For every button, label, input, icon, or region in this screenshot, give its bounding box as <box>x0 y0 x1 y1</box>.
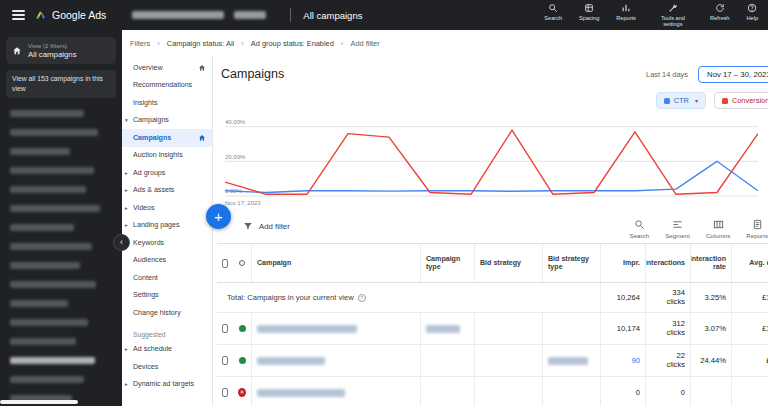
topbar-help-button[interactable]: Help <box>746 3 758 21</box>
status-removed-icon[interactable]: ✕ <box>238 388 246 397</box>
redacted-rail-item[interactable] <box>10 186 86 193</box>
table-row: 10,174 312 clicks 3.07% £19.6 <box>217 313 768 345</box>
filters-label: Filters <box>130 39 150 48</box>
tool-label: Columns <box>706 232 730 239</box>
column-header-avg-cost[interactable]: Avg. cost <box>731 244 768 282</box>
column-header-bid-strategy[interactable]: Bid strategy <box>474 244 542 282</box>
redacted-rail-item[interactable] <box>10 262 80 269</box>
nav-item-devices[interactable]: Devices <box>122 358 212 376</box>
table-add-filter-button[interactable]: Add filter <box>243 221 290 231</box>
column-header-campaign[interactable]: Campaign <box>251 244 420 282</box>
topbar-search-button[interactable]: Search <box>544 3 562 21</box>
nav-item-insights[interactable]: Insights <box>122 94 212 112</box>
select-all-checkbox[interactable] <box>222 259 228 268</box>
redacted-rail-item[interactable] <box>10 129 98 136</box>
redacted-rail-item[interactable] <box>10 148 70 155</box>
cell-total-avg-cost: £18.6 <box>731 283 768 312</box>
home-icon <box>12 46 22 56</box>
redacted-rail-item[interactable] <box>10 319 88 326</box>
topbar-refresh-button[interactable]: Refresh <box>710 3 730 21</box>
column-header-interaction-rate[interactable]: Interaction rate <box>690 244 731 282</box>
table-search-button[interactable]: Search <box>630 219 650 239</box>
filter-chip-ad-group-status[interactable]: Ad group status: Enabled <box>251 39 334 48</box>
nav-item-label: Content <box>133 274 158 282</box>
nav-item-content[interactable]: Content <box>122 269 212 287</box>
table-segment-button[interactable]: Segment <box>665 219 690 239</box>
menu-icon[interactable] <box>12 10 25 20</box>
nav-item-label: Overview <box>133 64 163 72</box>
nav-item-label: Insights <box>133 99 157 107</box>
date-range-picker[interactable]: Nov 17 – 30, 2023 <box>698 66 768 83</box>
nav-item-campaigns-parent[interactable]: ▾ Campaigns <box>122 112 212 130</box>
nav-item-dynamic-ad-targets[interactable]: ▸ Dynamic ad targets <box>122 376 212 394</box>
redacted-rail-item-selected[interactable] <box>10 357 95 364</box>
redacted-rail-item[interactable] <box>10 338 76 345</box>
status-filter-icon[interactable] <box>239 260 245 266</box>
ctr-series-swatch <box>664 98 670 104</box>
nav-item-settings[interactable]: Settings <box>122 287 212 305</box>
page-title: Campaigns <box>221 67 284 81</box>
metric-chip-conversions[interactable]: Conversions ▾ <box>714 92 768 109</box>
status-enabled-icon[interactable] <box>239 325 246 332</box>
chevron-right-icon: ▸ <box>125 187 128 193</box>
table-columns-button[interactable]: Columns <box>706 219 730 239</box>
nav-item-landing-pages[interactable]: ▸ Landing pages <box>122 217 212 235</box>
redacted-rail-item[interactable] <box>10 110 84 117</box>
redacted-rail-item[interactable] <box>10 300 68 307</box>
topbar-tools-button[interactable]: Tools and settings <box>653 3 693 28</box>
info-icon[interactable]: ? <box>358 294 366 302</box>
redacted-campaign-name[interactable] <box>257 389 345 397</box>
redacted-campaign-name[interactable] <box>257 325 357 333</box>
redacted-campaign-name[interactable] <box>257 357 325 365</box>
collapse-rail-button[interactable]: ‹ <box>113 234 130 251</box>
status-enabled-icon[interactable] <box>239 357 246 364</box>
view-all-campaigns-link[interactable]: View all 153 campaigns in this view <box>6 70 116 98</box>
nav-item-overview[interactable]: Overview <box>122 59 212 77</box>
filter-chip-campaign-status[interactable]: Campaign status: All <box>167 39 234 48</box>
redacted-rail-item[interactable] <box>10 205 100 212</box>
search-icon <box>634 219 645 230</box>
wrench-icon <box>668 3 678 14</box>
topbar-reports-button[interactable]: Reports <box>616 3 636 21</box>
chevron-right-icon: › <box>341 39 344 48</box>
chevron-right-icon: ▸ <box>125 346 128 352</box>
table-row: ✕ 0 0 <box>217 377 768 406</box>
rail-scrollbar[interactable] <box>0 400 78 404</box>
table-reports-button[interactable]: Reports <box>746 219 768 239</box>
nav-item-change-history[interactable]: Change history <box>122 304 212 322</box>
redacted-rail-item[interactable] <box>10 376 84 383</box>
performance-chart: 40.00% 20.00% 0.00% Nov 17, 2023 <box>225 111 758 211</box>
nav-item-ads-assets[interactable]: ▸ Ads & assets <box>122 182 212 200</box>
topbar-spacing-button[interactable]: Spacing <box>579 3 599 21</box>
redacted-rail-item[interactable] <box>10 224 74 231</box>
add-filter-link[interactable]: Add filter <box>351 39 380 48</box>
nav-item-recommendations[interactable]: Recommendations <box>122 77 212 95</box>
row-checkbox[interactable] <box>222 388 228 397</box>
nav-item-ad-groups[interactable]: ▸ Ad groups <box>122 164 212 182</box>
row-checkbox[interactable] <box>222 324 228 333</box>
topbar-action-label: Help <box>746 15 758 21</box>
nav-item-keywords[interactable]: ▸ Keywords <box>122 234 212 252</box>
column-header-campaign-type[interactable]: Campaign type <box>420 244 474 282</box>
google-ads-logo[interactable]: Google Ads <box>35 9 106 21</box>
new-campaign-fab[interactable]: + <box>206 204 231 229</box>
view-selector[interactable]: View (2 filters) All campaigns <box>6 37 116 64</box>
column-header-interactions[interactable]: Interactions <box>645 244 690 282</box>
redacted-rail-item[interactable] <box>10 167 94 174</box>
nav-item-videos[interactable]: ▸ Videos <box>122 199 212 217</box>
column-header-bid-strategy-type[interactable]: Bid strategy type <box>542 244 600 282</box>
column-header-impressions[interactable]: Impr. <box>600 244 645 282</box>
row-checkbox[interactable] <box>222 356 228 365</box>
top-app-bar: Google Ads All campaigns Search Spacing … <box>0 0 768 30</box>
cell-impressions-link[interactable]: 90 <box>632 356 640 365</box>
nav-item-audiences[interactable]: Audiences <box>122 252 212 270</box>
topbar-action-label: Tools and settings <box>653 15 693 28</box>
metric-chip-ctr[interactable]: CTR ▾ <box>656 92 706 109</box>
view-filter-count: View (2 filters) <box>28 42 77 49</box>
redacted-rail-item[interactable] <box>10 281 96 288</box>
redacted-rail-item[interactable] <box>10 243 92 250</box>
nav-item-ad-schedule[interactable]: ▸ Ad schedule <box>122 341 212 359</box>
nav-item-campaigns-selected[interactable]: Campaigns <box>122 129 212 147</box>
filter-bar: Filters › Campaign status: All › Ad grou… <box>122 30 768 56</box>
nav-item-auction-insights[interactable]: Auction insights <box>122 147 212 165</box>
